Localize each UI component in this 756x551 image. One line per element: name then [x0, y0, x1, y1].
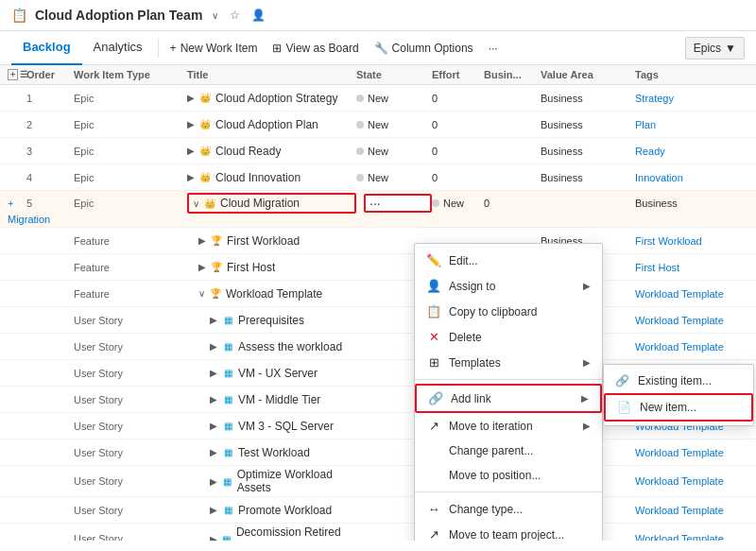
menu-item-templates[interactable]: ⊞ Templates ▶	[415, 350, 602, 375]
expand-icon[interactable]: ▶	[187, 172, 195, 182]
expand-icon[interactable]: ∨	[198, 288, 205, 299]
menu-item-move-team[interactable]: ↗ Move to team project...	[415, 522, 602, 541]
row-title: VM - UX Server	[238, 367, 318, 380]
expand-icon[interactable]: ▶	[210, 534, 217, 542]
story-icon: ▦	[221, 474, 233, 488]
value-area-cell: Business	[541, 146, 635, 157]
epics-button[interactable]: Epics ▼	[685, 37, 745, 60]
row-title: Optimize Workload Assets	[237, 468, 356, 494]
submenu-item-existing[interactable]: 🔗 Existing item...	[604, 369, 753, 393]
menu-item-delete[interactable]: ✕ Delete	[415, 324, 602, 350]
expand-icon[interactable]: ▶	[210, 421, 217, 431]
plus-icon: +	[170, 42, 177, 55]
menu-item-add-link[interactable]: 🔗 Add link ▶	[415, 384, 602, 413]
expand-icon[interactable]: ▶	[210, 476, 217, 487]
story-icon: ▦	[221, 446, 234, 459]
menu-label: Edit...	[449, 254, 478, 267]
type-cell: User Story	[74, 341, 187, 353]
menu-item-edit[interactable]: ✏️ Edit...	[415, 248, 602, 273]
expand-icon[interactable]: ▶	[187, 146, 195, 156]
row-title: Cloud Ready	[215, 145, 281, 158]
tags-cell: Workload Template	[635, 315, 748, 326]
expand-icon[interactable]: ▶	[210, 394, 217, 405]
title-cell[interactable]: ▶ 🏆 First Workload	[187, 234, 356, 248]
expand-icon[interactable]: ▶	[210, 505, 217, 515]
menu-separator	[415, 491, 602, 492]
title-chevron[interactable]: ∨	[212, 10, 218, 21]
story-icon: ▦	[221, 420, 234, 433]
expand-icon[interactable]: ▶	[210, 315, 217, 325]
story-icon: ▦	[221, 504, 234, 517]
title-cell[interactable]: ▶ 👑 Cloud Ready	[187, 145, 356, 158]
tab-backlog[interactable]: Backlog	[11, 31, 82, 65]
menu-item-copy[interactable]: 📋 Copy to clipboard	[415, 299, 602, 324]
menu-label: Templates	[449, 356, 501, 370]
expand-icon[interactable]: ▶	[198, 235, 206, 246]
title-cell[interactable]: ▶ ▦ Promote Workload	[187, 504, 356, 517]
title-cell[interactable]: ▶ ▦ VM 3 - SQL Server	[187, 420, 356, 433]
type-cell: User Story	[74, 421, 187, 432]
menu-item-change-parent[interactable]: Change parent...	[415, 439, 602, 463]
order-cell: 5	[26, 198, 74, 209]
menu-item-move-position[interactable]: Move to position...	[415, 463, 602, 488]
title-cell[interactable]: ▶ 👑 Cloud Innovation	[187, 171, 356, 184]
more-options-button[interactable]: ···	[481, 38, 506, 59]
table-row: 3 Epic ▶ 👑 Cloud Ready New 0 Business Re…	[0, 138, 756, 164]
tags-cell: Workload Template	[635, 533, 748, 541]
title-cell[interactable]: ▶ ▦ Decomission Retired Assets	[187, 525, 356, 541]
tags-cell: Ready	[635, 146, 748, 157]
story-icon: ▦	[221, 393, 234, 406]
title-cell[interactable]: ▶ 👑 Cloud Adoption Plan	[187, 118, 356, 131]
table-row: User Story ▶ ▦ Decomission Retired Asset…	[0, 524, 756, 541]
title-person[interactable]: 👤	[251, 9, 266, 22]
add-col-header[interactable]: + ☰	[8, 69, 26, 80]
title-cell[interactable]: ▶ ▦ VM - UX Server	[187, 367, 356, 380]
row-add[interactable]: +	[8, 198, 26, 209]
expand-icon[interactable]: ▶	[210, 447, 217, 457]
expand-icon[interactable]: ▶	[187, 119, 195, 129]
column-options-label: Column Options	[392, 42, 473, 55]
new-work-item-label: New Work Item	[180, 42, 258, 55]
expand-icon[interactable]: ▶	[210, 341, 217, 352]
delete-icon: ✕	[426, 330, 441, 344]
menu-label: Move to team project...	[449, 528, 564, 542]
iteration-icon: ↗	[426, 419, 441, 433]
assign-icon: 👤	[426, 279, 441, 293]
title-cell[interactable]: ▶ ▦ Test Workload	[187, 446, 356, 459]
title-cell[interactable]: ▶ 👑 Cloud Adoption Strategy	[187, 92, 356, 105]
type-cell: User Story	[74, 368, 187, 379]
type-cell: Feature	[74, 288, 187, 300]
tags-cell: Innovation	[635, 172, 748, 183]
menu-item-assign-to[interactable]: 👤 Assign to ▶	[415, 273, 602, 299]
column-options-button[interactable]: 🔧 Column Options	[367, 38, 481, 59]
title-cell[interactable]: ∨ 🏆 Workload Template	[187, 287, 356, 301]
menu-item-change-type[interactable]: ↔ Change type...	[415, 496, 602, 522]
title-star[interactable]: ☆	[230, 9, 240, 22]
expand-icon[interactable]: ∨	[193, 198, 199, 209]
nav-divider	[158, 39, 159, 58]
title-cell[interactable]: ▶ ▦ Optimize Workload Assets	[187, 468, 356, 494]
title-cell[interactable]: ▶ ▦ Prerequisites	[187, 314, 356, 327]
more-button[interactable]: ···	[364, 194, 432, 213]
order-header: Order	[26, 69, 74, 80]
menu-label: Copy to clipboard	[449, 305, 537, 319]
table-row: 1 Epic ▶ 👑 Cloud Adoption Strategy New 0…	[0, 85, 756, 112]
menu-item-move-iteration[interactable]: ↗ Move to iteration ▶	[415, 413, 602, 439]
type-cell: User Story	[74, 447, 187, 458]
table-row: Feature ▶ 🏆 First Workload Business Firs…	[0, 228, 756, 254]
table-row: User Story ▶ ▦ Optimize Workload Assets …	[0, 466, 756, 497]
feature-icon: 🏆	[209, 287, 222, 301]
expand-icon[interactable]: ▶	[210, 368, 217, 378]
new-work-item-button[interactable]: + New Work Item	[163, 38, 266, 59]
expand-icon[interactable]: ▶	[198, 262, 206, 272]
tab-analytics[interactable]: Analytics	[82, 31, 154, 65]
title-cell[interactable]: ▶ ▦ Assess the workload	[187, 340, 356, 353]
move-team-icon: ↗	[426, 527, 441, 541]
expand-icon[interactable]: ▶	[187, 93, 195, 103]
submenu-item-new[interactable]: 📄 New item...	[604, 393, 753, 422]
title-cell[interactable]: ▶ 🏆 First Host	[187, 261, 356, 274]
view-as-board-button[interactable]: ⊞ View as Board	[265, 38, 366, 59]
title-cell[interactable]: ▶ ▦ VM - Middle Tier	[187, 393, 356, 406]
ellipsis-icon: ···	[489, 42, 498, 55]
title-cell[interactable]: ∨ 👑 Cloud Migration	[187, 193, 356, 214]
